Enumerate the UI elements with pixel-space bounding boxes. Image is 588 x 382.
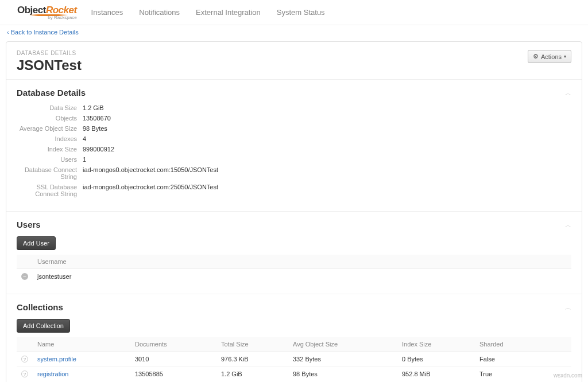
- value-objects: 13508670: [83, 115, 571, 122]
- nav-external-integration[interactable]: External Integration: [196, 8, 261, 17]
- users-col-username: Username: [33, 255, 571, 269]
- nav-instances[interactable]: Instances: [91, 8, 123, 17]
- actions-label: Actions: [541, 53, 562, 60]
- value-conn: iad-mongos0.objectrocket.com:15050/JSONT…: [83, 166, 571, 180]
- cell-docs: 3010: [130, 352, 216, 367]
- table-row: ? system.profile 3010 976.3 KiB 332 Byte…: [17, 352, 571, 367]
- nav-notifications[interactable]: Notifications: [139, 8, 180, 17]
- label-ssl-conn: SSL Database Connect String: [17, 184, 83, 197]
- collections-col-total: Total Size: [216, 337, 288, 352]
- collapse-collections-icon[interactable]: ︿: [565, 303, 571, 312]
- users-heading: Users: [17, 220, 571, 229]
- chevron-down-icon: ▾: [564, 54, 566, 59]
- chevron-left-icon: ‹: [7, 29, 9, 36]
- label-avg-obj: Average Object Size: [17, 125, 83, 132]
- collection-link[interactable]: system.profile: [37, 356, 76, 362]
- label-index-size: Index Size: [17, 146, 83, 153]
- label-indexes: Indexes: [17, 135, 83, 142]
- cell-docs: 13505885: [130, 367, 216, 381]
- collections-col-name: Name: [33, 337, 130, 352]
- gear-icon: ⚙: [533, 53, 539, 60]
- backlink-bar: ‹ Back to Instance Details: [0, 25, 588, 39]
- cell-idx: 952.8 MiB: [397, 367, 475, 381]
- users-table: Username – jsontestuser: [17, 255, 571, 283]
- collections-heading: Collections: [17, 302, 571, 312]
- label-conn: Database Connect String: [17, 166, 83, 180]
- label-data-size: Data Size: [17, 104, 83, 111]
- breadcrumb: DATABASE DETAILS: [17, 50, 82, 56]
- users-panel: ︿ Users Add User Username – jsontestuser: [6, 211, 582, 294]
- remove-user-icon[interactable]: –: [21, 273, 28, 280]
- cell-sharded: False: [475, 352, 571, 367]
- add-collection-button[interactable]: Add Collection: [17, 319, 70, 333]
- collections-panel: ︿ Collections Add Collection Name Docume…: [6, 294, 582, 382]
- value-ssl-conn: iad-mongos0.objectrocket.com:25050/JSONT…: [83, 184, 571, 197]
- cell-total: 1.2 GiB: [216, 367, 288, 381]
- brand-logo[interactable]: ObjectRocket by Rackspace: [17, 5, 77, 20]
- table-row: ? registration 13505885 1.2 GiB 98 Bytes…: [17, 367, 571, 381]
- collections-col-docs: Documents: [130, 337, 216, 352]
- collapse-users-icon[interactable]: ︿: [565, 221, 571, 229]
- collections-col-idx: Index Size: [397, 337, 475, 352]
- cell-total: 976.3 KiB: [216, 352, 288, 367]
- collection-link[interactable]: registration: [37, 371, 68, 377]
- table-row: – jsontestuser: [17, 269, 571, 284]
- brand-byline: by Rackspace: [17, 15, 77, 20]
- value-avg-obj: 98 Bytes: [83, 125, 571, 132]
- top-nav-bar: ObjectRocket by Rackspace Instances Noti…: [0, 0, 588, 25]
- nav-system-status[interactable]: System Status: [277, 8, 325, 17]
- watermark: wsxdn.com: [554, 372, 582, 379]
- help-icon[interactable]: ?: [21, 371, 28, 377]
- back-to-instance-link[interactable]: Back to Instance Details: [11, 29, 79, 36]
- collections-col-sharded: Sharded: [475, 337, 571, 352]
- details-panel: ︿ Database Details Data Size1.2 GiB Obje…: [6, 79, 582, 211]
- details-heading: Database Details: [17, 88, 571, 98]
- user-username: jsontestuser: [33, 269, 571, 284]
- page-title: JSONTest: [17, 57, 82, 73]
- value-data-size: 1.2 GiB: [83, 104, 571, 111]
- label-users: Users: [17, 156, 83, 163]
- cell-idx: 0 Bytes: [397, 352, 475, 367]
- primary-nav: Instances Notifications External Integra…: [91, 8, 325, 17]
- title-bar: DATABASE DETAILS JSONTest ⚙ Actions ▾: [6, 42, 582, 79]
- add-user-button[interactable]: Add User: [17, 236, 56, 250]
- collections-col-icon: [17, 337, 33, 352]
- value-users: 1: [83, 156, 571, 163]
- users-col-icon: [17, 255, 33, 269]
- help-icon[interactable]: ?: [21, 356, 28, 362]
- value-indexes: 4: [83, 135, 571, 142]
- actions-dropdown[interactable]: ⚙ Actions ▾: [528, 50, 571, 63]
- cell-avg: 332 Bytes: [288, 352, 397, 367]
- collections-col-avg: Avg Object Size: [288, 337, 397, 352]
- collections-table: Name Documents Total Size Avg Object Siz…: [17, 337, 571, 381]
- value-index-size: 999000912: [83, 146, 571, 153]
- cell-avg: 98 Bytes: [288, 367, 397, 381]
- label-objects: Objects: [17, 115, 83, 122]
- collapse-details-icon[interactable]: ︿: [565, 89, 571, 98]
- main-card: DATABASE DETAILS JSONTest ⚙ Actions ▾ ︿ …: [6, 41, 582, 382]
